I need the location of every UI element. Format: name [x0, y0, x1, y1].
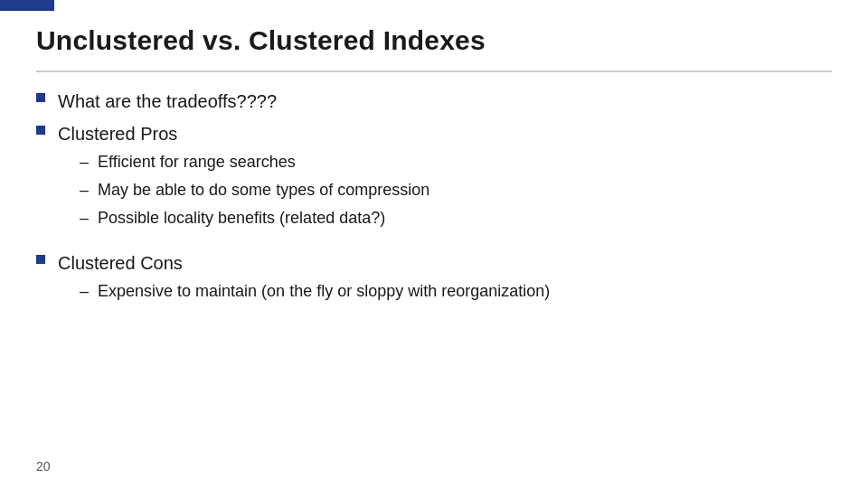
sub-bullet-text-pros-3: Possible locality benefits (related data… — [98, 206, 385, 230]
content-section: What are the tradeoffs???? Clustered Pro… — [0, 72, 868, 316]
sub-bullet-pros-1: – Efficient for range searches — [80, 150, 429, 174]
bullet-text-2: Clustered Pros — [58, 124, 177, 144]
dash-icon-4: – — [80, 279, 89, 304]
bullet-square-icon-2 — [36, 126, 45, 135]
bullet-item-3: Clustered Cons – Expensive to maintain (… — [36, 250, 832, 316]
sub-bullet-cons-1: – Expensive to maintain (on the fly or s… — [80, 279, 550, 304]
sub-bullet-text-pros-2: May be able to do some types of compress… — [98, 178, 429, 202]
sub-bullet-text-cons-1: Expensive to maintain (on the fly or slo… — [98, 279, 550, 304]
bullet-square-icon-3 — [36, 255, 45, 264]
bullet-text-3: Clustered Cons — [58, 253, 183, 273]
sub-bullet-pros-3: – Possible locality benefits (related da… — [80, 206, 429, 230]
clustered-pros-list: – Efficient for range searches – May be … — [58, 146, 429, 238]
dash-icon-2: – — [80, 178, 89, 202]
dash-icon-3: – — [80, 206, 89, 230]
header-section: Unclustered vs. Clustered Indexes — [0, 0, 868, 70]
sub-bullet-text-pros-1: Efficient for range searches — [98, 150, 296, 174]
bullet-item-1: What are the tradeoffs???? — [36, 89, 832, 114]
clustered-cons-list: – Expensive to maintain (on the fly or s… — [58, 276, 550, 311]
dash-icon-1: – — [80, 150, 89, 174]
bullet-text-1: What are the tradeoffs???? — [58, 89, 277, 114]
bullet-3-content: Clustered Cons – Expensive to maintain (… — [58, 250, 550, 316]
bullet-square-icon — [36, 93, 45, 102]
top-accent-bar — [0, 0, 54, 11]
slide-title: Unclustered vs. Clustered Indexes — [36, 25, 832, 56]
bullet-item-2: Clustered Pros – Efficient for range sea… — [36, 121, 832, 243]
slide-container: Unclustered vs. Clustered Indexes What a… — [0, 0, 868, 488]
sub-bullet-pros-2: – May be able to do some types of compre… — [80, 178, 429, 202]
slide-number: 20 — [36, 459, 51, 474]
bullet-2-content: Clustered Pros – Efficient for range sea… — [58, 121, 429, 243]
